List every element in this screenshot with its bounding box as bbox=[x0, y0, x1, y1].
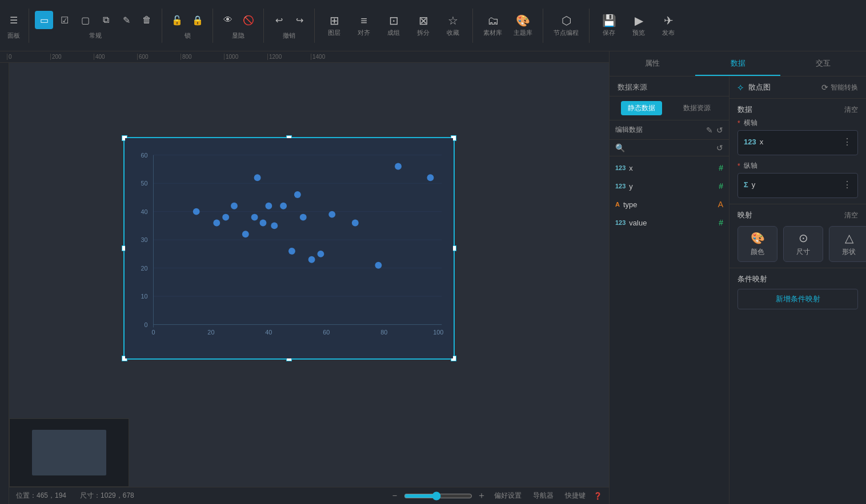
smart-icon: ⟳ bbox=[821, 83, 828, 92]
svg-point-32 bbox=[280, 203, 287, 209]
redo-btn[interactable]: ↪ bbox=[290, 11, 308, 29]
field-value-type: 123 bbox=[615, 219, 626, 226]
tab-properties[interactable]: 属性 bbox=[610, 51, 695, 76]
ds-refresh-icon[interactable]: ↺ bbox=[716, 126, 723, 135]
x-axis-label: * 横轴 bbox=[729, 118, 866, 130]
rounded-btn[interactable]: ▢ bbox=[76, 11, 94, 29]
field-y[interactable]: 123 y # bbox=[610, 177, 729, 195]
svg-point-40 bbox=[254, 174, 261, 181]
guide-btn[interactable]: 导航器 bbox=[530, 490, 557, 502]
tab-interaction[interactable]: 交互 bbox=[780, 51, 866, 76]
help-icon[interactable]: ❓ bbox=[594, 492, 602, 500]
svg-text:40: 40 bbox=[141, 208, 147, 215]
assets-icon: 🗂 bbox=[487, 14, 499, 27]
panel-label: 面板 bbox=[7, 31, 20, 40]
toolbar-group-undo: ↩ ↪ 撤销 bbox=[270, 11, 308, 40]
x-field-more-btn[interactable]: ⋮ bbox=[843, 136, 852, 147]
group-btn[interactable]: ⊡ 成组 bbox=[380, 11, 407, 39]
show-btn[interactable]: 👁 bbox=[219, 11, 237, 29]
lock-label: 锁 bbox=[185, 31, 191, 40]
ruler-ticks: 0 200 400 600 800 1000 1200 1400 bbox=[7, 54, 354, 60]
data-source-title: 数据来源 bbox=[610, 76, 729, 96]
add-condition-btn[interactable]: 新增条件映射 bbox=[737, 289, 858, 309]
group-label: 成组 bbox=[387, 29, 400, 37]
divider-7 bbox=[543, 9, 543, 43]
canvas-viewport[interactable]: 0 10 20 30 40 50 60 0 20 40 bbox=[9, 63, 609, 487]
field-type[interactable]: A type A bbox=[610, 195, 729, 213]
svg-point-28 bbox=[251, 214, 258, 221]
zoom-slider[interactable] bbox=[404, 491, 472, 501]
check-btn[interactable]: ☑ bbox=[55, 11, 74, 29]
data-section-clear[interactable]: 清空 bbox=[844, 105, 858, 115]
layers-btn[interactable]: ⊞ 图层 bbox=[320, 11, 348, 39]
size-label: 尺寸 bbox=[796, 247, 810, 257]
field-x-type: 123 bbox=[615, 164, 626, 171]
hide-btn[interactable]: 🚫 bbox=[239, 11, 258, 29]
field-value[interactable]: 123 value # bbox=[610, 213, 729, 232]
lock-btn[interactable]: 🔓 bbox=[168, 11, 186, 29]
thumbnail-inner bbox=[32, 430, 106, 475]
svg-point-43 bbox=[427, 174, 434, 181]
divider-2 bbox=[162, 9, 162, 43]
divider-6 bbox=[472, 9, 473, 43]
split-btn[interactable]: ⊠ 拆分 bbox=[410, 11, 437, 39]
y-axis-field-box[interactable]: Σ y ⋮ bbox=[737, 173, 858, 198]
copy-btn[interactable]: ⧉ bbox=[97, 11, 115, 29]
rect-btn[interactable]: ▭ bbox=[35, 11, 53, 29]
ds-tab-resource[interactable]: 数据资源 bbox=[676, 101, 717, 115]
preference-btn[interactable]: 偏好设置 bbox=[491, 490, 525, 502]
assets-btn[interactable]: 🗂 素材库 bbox=[479, 12, 507, 39]
y-axis-text: 纵轴 bbox=[744, 161, 757, 171]
color-icon: 🎨 bbox=[751, 231, 765, 245]
panel-toggle-btn[interactable]: ☰ bbox=[5, 11, 23, 29]
ds-search-refresh-icon[interactable]: ↺ bbox=[716, 143, 723, 152]
save-btn[interactable]: 💾 保存 bbox=[595, 11, 623, 39]
x-axis-text: 横轴 bbox=[744, 118, 757, 128]
svg-point-34 bbox=[294, 191, 301, 198]
tick-800: 800 bbox=[181, 54, 224, 60]
preview-label: 预览 bbox=[632, 29, 645, 37]
group-icon: ⊡ bbox=[389, 14, 399, 27]
theme-btn[interactable]: 🎨 主题库 bbox=[509, 11, 537, 39]
svg-point-24 bbox=[213, 220, 220, 227]
star-icon: ☆ bbox=[448, 14, 458, 27]
mapping-header: 映射 清空 bbox=[737, 210, 858, 220]
shortcut-btn[interactable]: 快捷键 bbox=[562, 490, 589, 502]
tab-data[interactable]: 数据 bbox=[695, 51, 781, 76]
svg-text:100: 100 bbox=[433, 329, 443, 336]
zoom-out-btn[interactable]: － bbox=[390, 490, 399, 502]
edit-btn[interactable]: ✎ bbox=[117, 11, 135, 29]
mapping-color-btn[interactable]: 🎨 颜色 bbox=[737, 226, 777, 262]
ruler-horizontal: 0 200 400 600 800 1000 1200 1400 bbox=[0, 51, 609, 63]
y-field-more-btn[interactable]: ⋮ bbox=[843, 179, 852, 190]
svg-point-42 bbox=[395, 163, 402, 170]
undo-btn[interactable]: ↩ bbox=[270, 11, 288, 29]
chart-widget[interactable]: 0 10 20 30 40 50 60 0 20 40 bbox=[123, 137, 455, 360]
publish-btn[interactable]: ✈ 发布 bbox=[655, 11, 682, 39]
svg-text:20: 20 bbox=[207, 329, 214, 336]
node-label: 节点编程 bbox=[554, 29, 579, 37]
ds-edit-pencil-icon[interactable]: ✎ bbox=[706, 126, 713, 135]
canvas-area[interactable]: 0 200 400 600 800 1000 1200 1400 bbox=[0, 51, 609, 504]
mapping-size-btn[interactable]: ⊙ 尺寸 bbox=[783, 226, 823, 262]
chart-type-row: ⟡ 散点图 ⟳ 智能转换 bbox=[729, 76, 866, 99]
mapping-clear-btn[interactable]: 清空 bbox=[844, 211, 858, 220]
collect-btn[interactable]: ☆ 收藏 bbox=[439, 11, 467, 39]
mapping-section: 映射 清空 🎨 颜色 ⊙ 尺寸 △ bbox=[729, 204, 866, 268]
divider-5 bbox=[314, 9, 315, 43]
ds-tab-static[interactable]: 静态数据 bbox=[621, 101, 662, 115]
svg-text:30: 30 bbox=[141, 236, 147, 243]
shape-icon: △ bbox=[845, 231, 853, 245]
preview-btn[interactable]: ▶ 预览 bbox=[625, 11, 652, 39]
align-btn[interactable]: ≡ 对齐 bbox=[350, 12, 378, 39]
zoom-in-btn[interactable]: ＋ bbox=[477, 490, 486, 502]
smart-convert-btn[interactable]: ⟳ 智能转换 bbox=[821, 83, 858, 92]
delete-btn[interactable]: 🗑 bbox=[138, 11, 156, 29]
svg-point-31 bbox=[271, 222, 278, 229]
unlock-btn[interactable]: 🔒 bbox=[189, 11, 207, 29]
node-prog-btn[interactable]: ⬡ 节点编程 bbox=[549, 11, 583, 39]
x-axis-field-box[interactable]: 123 x ⋮ bbox=[737, 130, 858, 155]
mapping-shape-btn[interactable]: △ 形状 bbox=[829, 226, 866, 262]
field-x[interactable]: 123 x # bbox=[610, 159, 729, 177]
split-icon: ⊠ bbox=[419, 14, 428, 27]
